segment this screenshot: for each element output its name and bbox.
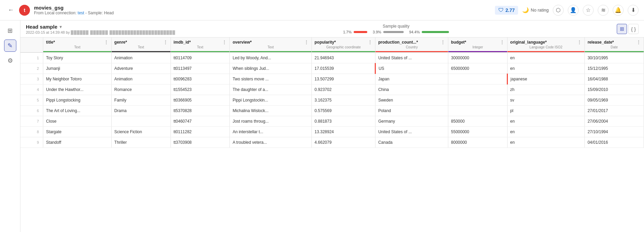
rating-icon: 🌙 [522,7,529,13]
col-budget-menu-icon[interactable]: ⋮ [500,40,504,45]
cell-language: zh [507,84,584,95]
data-table: title*⋮ Text genre*⋮ Text [20,37,644,148]
cell-production: China [375,84,448,95]
cell-genre: Thriller [111,137,171,148]
cell-title: Toy Story [43,52,112,63]
cell-language: en [507,137,584,148]
star-button[interactable]: ☆ [583,5,594,16]
cell-language: sv [507,95,584,106]
code-view-button[interactable]: { } [628,24,639,34]
cell-title: Pippi Longstocking [43,95,112,106]
col-title-menu-icon[interactable]: ⋮ [104,40,109,45]
cell-imdb: tt0111282 [171,127,230,137]
cell-popularity: 0.881873 [312,116,375,127]
row-number: 3 [20,74,43,84]
share-button[interactable]: ⬡ [553,5,564,16]
quality-item-bad: 1.7% [343,30,367,34]
cell-popularity: 3.162375 [312,95,375,106]
col-language-indicator [508,51,584,52]
col-title-label: title* [46,40,55,45]
quality-bar-good [422,31,449,33]
cell-title: Under the Hawthor... [43,84,112,95]
col-genre-menu-icon[interactable]: ⋮ [163,40,168,45]
bell-button[interactable]: 🔔 [613,5,624,16]
quality-label: Sample quality [343,24,449,29]
row-number: 6 [20,106,43,116]
cell-budget: 65000000 [448,63,508,74]
col-budget-type: Integer [451,45,504,50]
col-production-menu-icon[interactable]: ⋮ [440,40,445,45]
cell-overview: Michalina Wislock... [230,106,312,116]
cell-release: 15/12/1995 [585,63,644,74]
cell-title: The Art of Loving... [43,106,112,116]
col-overview-menu-icon[interactable]: ⋮ [304,40,309,45]
col-popularity-menu-icon[interactable]: ⋮ [368,40,372,45]
row-number: 5 [20,95,43,106]
cell-release: 27/06/2004 [585,116,644,127]
waves-button[interactable]: ≋ [598,5,609,16]
col-language-menu-icon[interactable]: ⋮ [577,40,582,45]
cell-budget: 55000000 [448,127,508,137]
content-area: Head sample ▾ 2022-03-15 at 14:39:48 by … [20,20,644,232]
shield-icon: 🛡 [498,7,504,13]
cell-budget [448,84,508,95]
quality-bar-medium [383,31,404,33]
user-button[interactable]: 👤 [568,5,579,16]
col-overview-indicator [230,51,311,52]
cell-overview: The daughter of a... [230,84,312,95]
col-imdb-type: Text [174,45,227,50]
cell-title: Stargate [43,127,112,137]
cell-language: en [507,127,584,137]
col-header-release: release_date*⋮ Date [585,37,644,52]
col-genre-type: Text [114,45,168,50]
data-table-wrapper[interactable]: title*⋮ Text genre*⋮ Text [20,37,644,232]
col-release-label: release_date* [587,40,614,45]
sample-date: 2022-03-15 at 14:39:48 by [26,30,70,34]
col-overview-label: overview* [232,40,252,45]
cell-language: japanese [507,74,584,84]
cell-release: 27/01/2017 [585,106,644,116]
quality-bars: 1.7% 3.9% 94.4% [343,30,449,34]
sample-user-blurred: ██████ ██████ ██████████████████████ [71,30,175,34]
cell-release: 16/04/1988 [585,74,644,84]
col-release-menu-icon[interactable]: ⋮ [636,40,641,45]
connection-link[interactable]: test [78,11,84,15]
app-subtitle: From Local connection: test - Sample: He… [34,11,495,15]
sample-title-text: Head sample [26,24,58,30]
table-view-button[interactable]: ⊞ [617,24,627,34]
col-header-budget: budget*⋮ Integer [448,37,508,52]
cell-production: Canada [375,137,448,148]
cell-overview: An interstellar t... [230,127,312,137]
sidebar-item-grid[interactable]: ⊞ [4,25,16,37]
table-row: 3My Neighbor TotoroAnimationtt0096283Two… [20,74,644,84]
download-button[interactable]: ⬇ [628,5,639,16]
top-bar: ← t movies_gsg From Local connection: te… [0,0,644,20]
top-actions: 🛡 2.77 🌙 No rating ⬡ 👤 ☆ ≋ 🔔 ⬇ [495,5,639,16]
cell-imdb: tt1554523 [171,84,230,95]
cell-production: Germany [375,116,448,127]
cell-production: United States of ... [375,127,448,137]
col-production-type: Country [378,45,445,50]
subtitle-text: From Local connection: [34,11,77,15]
separator: - [85,11,88,15]
back-button[interactable]: ← [5,5,16,16]
col-popularity-indicator [312,51,375,52]
table-row: 6The Art of Loving...Dramatt5370828Micha… [20,106,644,116]
cell-popularity: 21.946943 [312,52,375,63]
cell-genre: Animation [111,52,171,63]
sidebar-item-settings[interactable]: ⚙ [4,55,16,67]
cell-imdb: tt0460747 [171,116,230,127]
col-imdb-menu-icon[interactable]: ⋮ [222,40,227,45]
cell-title: Close [43,116,112,127]
cell-release: 09/05/1969 [585,95,644,106]
cell-genre: Animation [111,74,171,84]
sample-title[interactable]: Head sample ▾ [26,24,175,30]
cell-budget [448,106,508,116]
col-header-language: original_language*⋮ Language Code ISO2 [507,37,584,52]
sample-label: Sample: Head [88,11,114,15]
col-budget-indicator [448,51,507,52]
sidebar-item-edit[interactable]: ✎ [4,40,16,52]
sidebar: ⊞ ✎ ⚙ [0,20,20,232]
table-row: 2JumanjiAdventurett0113497When siblings … [20,63,644,74]
cell-popularity: 17.015539 [312,63,375,74]
